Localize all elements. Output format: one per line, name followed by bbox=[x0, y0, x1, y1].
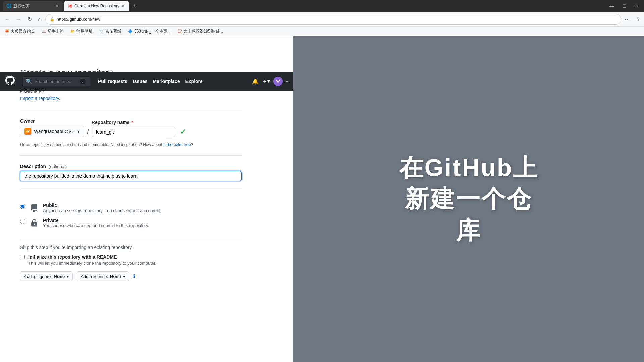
init-readme-checkbox[interactable] bbox=[20, 255, 25, 259]
owner-label: Owner bbox=[20, 118, 84, 124]
description-optional: (optional) bbox=[49, 164, 67, 169]
home-button[interactable]: ⌂ bbox=[36, 15, 43, 24]
bookmark-taishangganyingpian[interactable]: 📿 太上感应篇195集-佛... bbox=[175, 28, 225, 35]
nav-marketplace[interactable]: Marketplace bbox=[153, 79, 180, 84]
new-tab-button[interactable]: + bbox=[130, 1, 139, 11]
info-icon[interactable]: ℹ bbox=[133, 273, 135, 280]
description-divider bbox=[20, 155, 241, 156]
bookmarks-bar: 🦊 火狐官方站点 📖 新手上路 📂 常用网址 🛒 京东商城 🔷 360导航_一个… bbox=[0, 27, 644, 36]
tab-2-close[interactable]: ✕ bbox=[121, 3, 125, 9]
bookmark-jd[interactable]: 🛒 京东商城 bbox=[97, 28, 123, 35]
repo-name-valid-icon: ✓ bbox=[180, 128, 186, 136]
init-readme-option: Initialize this repository with a README… bbox=[20, 254, 241, 266]
private-desc: You choose who can see and commit to thi… bbox=[43, 223, 149, 228]
tab-2-favicon: 🐙 bbox=[68, 4, 72, 8]
license-dropdown-arrow: ▾ bbox=[123, 274, 125, 279]
header-search[interactable]: 🔍 / bbox=[23, 77, 90, 86]
suggestion-name-link[interactable]: turbo-palm-tree bbox=[163, 142, 191, 147]
bookmark-newbie[interactable]: 📖 新手上路 bbox=[40, 28, 66, 35]
bookmark-360[interactable]: 🔷 360导航_一个主页... bbox=[126, 28, 173, 35]
owner-group: Owner W WangBaobaoLOVE ▾ bbox=[20, 118, 84, 137]
bookmark-common[interactable]: 📂 常用网址 bbox=[68, 28, 95, 35]
suggestion-text: Great repository names are short and mem… bbox=[20, 142, 241, 147]
add-new-button[interactable]: ＋▾ bbox=[262, 78, 270, 85]
repo-name-label: Repository name * bbox=[92, 120, 186, 125]
lock-icon: 🔒 bbox=[50, 17, 55, 22]
address-bar-container: 🔒 bbox=[45, 14, 621, 25]
avatar-dropdown-arrow[interactable]: ▾ bbox=[286, 79, 288, 84]
repo-name-input[interactable] bbox=[92, 127, 175, 137]
public-desc: Anyone can see this repository. You choo… bbox=[43, 208, 161, 213]
init-readme-label: Initialize this repository with a README bbox=[28, 254, 117, 260]
search-input[interactable] bbox=[35, 79, 78, 84]
main-content-area: 🔍 / Pull requests Issues Marketplace Exp… bbox=[0, 36, 293, 362]
maximize-button[interactable]: ☐ bbox=[620, 2, 629, 10]
private-radio[interactable] bbox=[20, 219, 25, 224]
search-icon: 🔍 bbox=[26, 78, 33, 85]
search-shortcut-badge: / bbox=[80, 78, 85, 84]
public-icon bbox=[29, 203, 40, 214]
add-license-button[interactable]: Add a license: None ▾ bbox=[77, 272, 129, 281]
description-group: Description (optional) bbox=[20, 164, 241, 181]
init-readme-text: Initialize this repository with a README… bbox=[28, 254, 156, 266]
reload-button[interactable]: ↻ bbox=[25, 15, 34, 24]
tab-2[interactable]: 🐙 Create a New Repository ✕ bbox=[64, 1, 129, 11]
private-option: Private You choose who can see and commi… bbox=[20, 218, 241, 228]
visibility-group: Public Anyone can see this repository. Y… bbox=[20, 197, 241, 234]
owner-dropdown-icon: ▾ bbox=[77, 129, 80, 134]
tab-1-title: 新标签页 bbox=[13, 3, 30, 9]
public-label: Public bbox=[43, 203, 161, 208]
forward-button[interactable]: → bbox=[14, 15, 23, 24]
user-avatar[interactable]: W bbox=[273, 77, 283, 86]
tab-1-close[interactable]: ✕ bbox=[55, 3, 59, 9]
tab-1[interactable]: 🌐 新标签页 ✕ bbox=[3, 1, 63, 11]
description-label: Description (optional) bbox=[20, 164, 241, 169]
header-right: 🔔 ＋▾ W ▾ bbox=[252, 77, 288, 86]
owner-repo-row: Owner W WangBaobaoLOVE ▾ / Repository na… bbox=[20, 118, 241, 137]
visibility-divider bbox=[20, 189, 241, 189]
header-nav: Pull requests Issues Marketplace Explore bbox=[98, 79, 203, 84]
nav-pull-requests[interactable]: Pull requests bbox=[98, 79, 127, 84]
notification-bell[interactable]: 🔔 bbox=[252, 78, 259, 85]
repo-name-group: Repository name * ✓ bbox=[92, 120, 186, 137]
owner-repo-separator: / bbox=[87, 128, 89, 137]
bottom-dropdowns: Add .gitignore: None ▾ Add a license: No… bbox=[20, 272, 241, 281]
public-radio[interactable] bbox=[20, 204, 25, 209]
owner-avatar-icon: W bbox=[24, 128, 31, 135]
nav-issues[interactable]: Issues bbox=[133, 79, 148, 84]
public-option: Public Anyone can see this repository. Y… bbox=[20, 203, 241, 214]
tab-2-title: Create a New Repository bbox=[74, 4, 119, 8]
right-panel: 在GitHub上新建一个仓库 bbox=[293, 36, 644, 362]
back-button[interactable]: ← bbox=[3, 15, 12, 24]
address-bar-input[interactable] bbox=[57, 17, 617, 22]
owner-select[interactable]: W WangBaobaoLOVE ▾ bbox=[20, 126, 84, 137]
description-input[interactable] bbox=[20, 171, 241, 181]
bookmark-firefox[interactable]: 🦊 火狐官方站点 bbox=[3, 28, 37, 35]
close-window-button[interactable]: ✕ bbox=[632, 2, 641, 10]
github-header: 🔍 / Pull requests Issues Marketplace Exp… bbox=[0, 72, 293, 90]
add-gitignore-button[interactable]: Add .gitignore: None ▾ bbox=[20, 272, 73, 281]
private-icon bbox=[29, 218, 40, 228]
minimize-button[interactable]: — bbox=[607, 2, 617, 10]
tab-bar: 🌐 新标签页 ✕ 🐙 Create a New Repository ✕ + bbox=[3, 1, 607, 11]
init-readme-desc: This will let you immediately clone the … bbox=[28, 261, 156, 266]
owner-name: WangBaobaoLOVE bbox=[34, 129, 75, 134]
tab-1-favicon: 🌐 bbox=[7, 4, 11, 8]
window-controls: — ☐ ✕ bbox=[607, 2, 641, 10]
gitignore-dropdown-arrow: ▾ bbox=[67, 274, 69, 279]
required-indicator: * bbox=[131, 120, 133, 125]
header-divider bbox=[20, 110, 241, 110]
public-text: Public Anyone can see this repository. Y… bbox=[43, 203, 161, 213]
import-repo-link[interactable]: Import a repository. bbox=[20, 96, 60, 101]
skip-text: Skip this step if you're importing an ex… bbox=[20, 245, 241, 250]
github-logo[interactable] bbox=[5, 76, 15, 87]
private-label: Private bbox=[43, 218, 149, 223]
browser-titlebar: 🌐 新标签页 ✕ 🐙 Create a New Repository ✕ + —… bbox=[0, 0, 644, 12]
section-divider-2 bbox=[20, 239, 241, 239]
nav-explore[interactable]: Explore bbox=[185, 79, 202, 84]
toolbar-right: ⋯ ☆ bbox=[623, 15, 641, 24]
extensions-icon[interactable]: ⋯ bbox=[623, 15, 631, 24]
browser-toolbar: ← → ↻ ⌂ 🔒 ⋯ ☆ bbox=[0, 12, 644, 27]
bookmark-icon[interactable]: ☆ bbox=[634, 15, 641, 24]
overlay-text: 在GitHub上新建一个仓库 bbox=[386, 139, 552, 260]
